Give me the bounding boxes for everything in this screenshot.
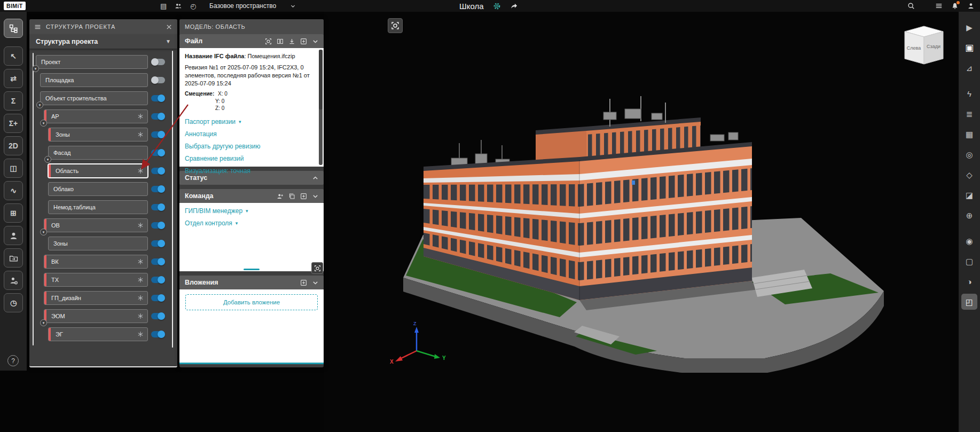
visibility-toggle[interactable] — [151, 131, 165, 138]
tool-geometry[interactable]: ◇ — [961, 167, 977, 183]
structure-type-selector[interactable]: Структура проекта ▼ — [29, 34, 177, 49]
apps-list-button[interactable] — [935, 2, 943, 10]
account-button[interactable] — [967, 2, 975, 10]
tool-analytics[interactable]: ∿ — [4, 181, 23, 200]
visibility-toggle[interactable] — [151, 222, 165, 229]
visibility-toggle[interactable] — [151, 240, 165, 247]
visibility-toggle[interactable] — [151, 295, 165, 301]
pick-from-model-button[interactable] — [311, 262, 323, 274]
tool-half-section[interactable]: ◑ — [961, 273, 977, 289]
tree-item-ЭГ[interactable]: ЭГ — [48, 327, 148, 341]
tree-item-Фасад[interactable]: Фасад — [48, 146, 148, 160]
tree-item-ЭОМ[interactable]: ЭОМ — [44, 309, 148, 323]
visibility-toggle[interactable] — [151, 331, 165, 337]
share-icon[interactable] — [510, 2, 518, 10]
collaboration-button[interactable] — [175, 2, 182, 10]
tree-item-Объект строительства[interactable]: Объект строительства — [40, 91, 148, 105]
add-icon[interactable] — [300, 193, 307, 200]
tool-sections[interactable]: ≣ — [961, 106, 977, 122]
visibility-toggle[interactable] — [151, 313, 165, 319]
link-ГИП/BIM менеджер[interactable]: ГИП/BIM менеджер▾ — [185, 207, 318, 215]
tool-sum-add[interactable]: Σ+ — [4, 114, 23, 133]
expand-toggle[interactable]: ▾ — [32, 65, 39, 72]
tool-users[interactable] — [4, 226, 23, 245]
tool-isolate[interactable]: ◰ — [961, 294, 977, 310]
collapse-up-icon[interactable] — [312, 175, 319, 182]
visibility-toggle[interactable] — [151, 77, 165, 83]
add-icon[interactable] — [300, 38, 307, 45]
collapse-icon[interactable] — [312, 279, 319, 286]
tool-connections[interactable]: ⇄ — [4, 69, 23, 88]
tree-item-Проект[interactable]: Проект — [36, 55, 148, 69]
tool-clash[interactable]: ϟ — [961, 85, 977, 101]
history-clock-button[interactable]: ◴ — [190, 3, 196, 10]
tool-view-cube[interactable]: ▣ — [961, 40, 977, 56]
tree-item-Немод.таблица[interactable]: Немод.таблица — [48, 200, 148, 214]
link-Выбрать другую ревизию[interactable]: Выбрать другую ревизию — [185, 143, 314, 150]
archive-box-button[interactable]: ▤ — [160, 3, 167, 10]
tool-user-location[interactable] — [4, 271, 23, 290]
visibility-toggle[interactable] — [151, 95, 165, 101]
compare-icon[interactable] — [277, 38, 284, 45]
visibility-toggle[interactable] — [151, 277, 165, 283]
focus-selection-button[interactable] — [388, 18, 403, 33]
link-Паспорт ревизии[interactable]: Паспорт ревизии▾ — [185, 118, 314, 125]
visibility-toggle[interactable] — [151, 113, 165, 120]
tool-visibility[interactable]: ◉ — [961, 233, 977, 249]
viewport-3d[interactable]: X Y Z Слева Сзади — [324, 12, 959, 432]
visibility-toggle[interactable] — [151, 204, 165, 210]
visibility-toggle[interactable] — [151, 59, 165, 65]
tree-item-ВК[interactable]: ВК — [44, 255, 148, 269]
assign-user-icon[interactable] — [277, 193, 284, 200]
tree-item-ГП_дизайн[interactable]: ГП_дизайн — [44, 291, 148, 305]
tree-item-Облако[interactable]: Облако — [48, 182, 148, 196]
expand-toggle[interactable]: ▾ — [36, 101, 43, 108]
tool-selection-box[interactable]: ▢ — [961, 253, 977, 269]
tool-shared-folder[interactable] — [4, 248, 23, 268]
tool-point-snap[interactable]: ⊕ — [961, 207, 977, 223]
tree-item-Область[interactable]: Область — [48, 164, 148, 178]
expand-toggle[interactable]: ▾ — [44, 156, 51, 163]
tool-project-structure[interactable] — [4, 19, 23, 38]
tree-item-Площадка[interactable]: Площадка — [40, 73, 148, 87]
tool-sum[interactable]: Σ — [4, 91, 23, 111]
visibility-toggle[interactable] — [151, 186, 165, 192]
tool-view-2d[interactable]: 2D — [4, 136, 23, 155]
add-icon[interactable] — [300, 279, 307, 286]
building-model[interactable]: X Y Z Слева Сзади — [324, 12, 959, 432]
tool-clip-plane[interactable]: ◪ — [961, 187, 977, 203]
scrollbar[interactable] — [319, 50, 323, 165]
notifications-button[interactable] — [951, 2, 959, 10]
copy-icon[interactable] — [288, 193, 295, 200]
tool-navigate[interactable]: ▶ — [961, 19, 977, 35]
close-icon[interactable] — [166, 23, 173, 30]
visibility-toggle[interactable] — [151, 258, 165, 265]
visibility-toggle[interactable] — [151, 150, 165, 156]
link-Отдел контроля[interactable]: Отдел контроля▾ — [185, 219, 318, 227]
link-Аннотация[interactable]: Аннотация — [185, 130, 314, 138]
tool-measure[interactable]: ⊿ — [961, 60, 977, 76]
collapse-icon[interactable] — [312, 193, 319, 200]
help-button[interactable]: ? — [7, 355, 19, 366]
tool-hierarchy[interactable]: ◫ — [4, 159, 23, 178]
collapse-icon[interactable] — [312, 38, 319, 45]
download-icon[interactable] — [288, 38, 295, 45]
tree-item-Зоны[interactable]: Зоны — [48, 237, 148, 250]
expand-toggle[interactable]: ▾ — [40, 229, 47, 235]
tool-plugins[interactable]: ⊞ — [4, 203, 23, 223]
tree-item-ТХ[interactable]: ТХ — [44, 273, 148, 287]
panel-menu-icon[interactable] — [34, 23, 41, 30]
fit-icon[interactable] — [265, 38, 272, 45]
view-cube[interactable]: Слева Сзади — [905, 26, 943, 64]
tree-item-ОВ[interactable]: ОВ — [44, 218, 148, 232]
expand-toggle[interactable]: ▾ — [40, 120, 47, 127]
settings-gear-icon[interactable] — [493, 2, 501, 10]
tool-focus-target[interactable]: ◎ — [961, 146, 977, 162]
tool-dashboard[interactable]: ◷ — [4, 293, 23, 312]
tool-grid[interactable]: ▦ — [961, 126, 977, 142]
link-Визуализация: точная[interactable]: Визуализация: точная — [185, 167, 314, 175]
add-attachment-button[interactable]: Добавить вложение — [185, 294, 318, 310]
search-button[interactable] — [907, 2, 915, 10]
tree-item-АР[interactable]: АР — [44, 109, 148, 123]
tree-item-Зоны[interactable]: Зоны — [48, 128, 148, 142]
